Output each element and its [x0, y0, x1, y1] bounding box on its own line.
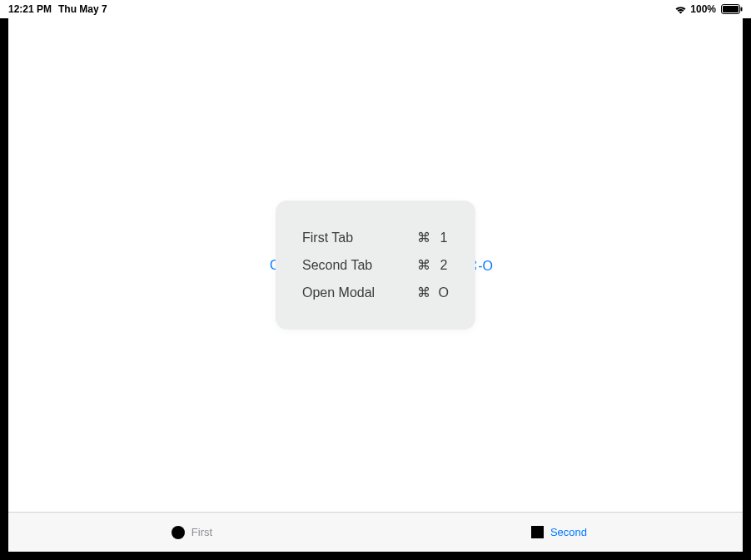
shortcut-label: Second Tab [302, 258, 417, 273]
shortcut-key: 2 [439, 258, 449, 273]
svg-rect-1 [723, 6, 739, 12]
app-area: Ope ⌘-O First Tab ⌘ 1 Second Tab ⌘ 2 Ope… [8, 18, 743, 552]
status-bar: 12:21 PM Thu May 7 100% [0, 0, 751, 18]
wifi-icon [674, 5, 687, 14]
circle-icon [172, 526, 185, 539]
tab-bar: First Second [8, 512, 743, 552]
command-icon: ⌘ [417, 257, 430, 273]
shortcut-open-modal[interactable]: Open Modal ⌘ O [302, 279, 449, 306]
shortcut-second-tab[interactable]: Second Tab ⌘ 2 [302, 251, 449, 279]
status-time: 12:21 PM [8, 3, 52, 15]
content-area: Ope ⌘-O First Tab ⌘ 1 Second Tab ⌘ 2 Ope… [8, 18, 743, 512]
square-icon [531, 526, 544, 538]
shortcut-keys: ⌘ 1 [417, 230, 449, 245]
command-icon: ⌘ [417, 230, 430, 245]
shortcut-keys: ⌘ O [417, 285, 449, 300]
shortcut-key: O [439, 285, 449, 300]
tab-label: First [191, 526, 212, 538]
battery-icon [721, 4, 743, 14]
command-icon: ⌘ [417, 285, 430, 300]
battery-percent: 100% [690, 3, 716, 15]
tab-first[interactable]: First [8, 526, 376, 539]
shortcut-label: First Tab [302, 230, 417, 245]
shortcut-label: Open Modal [302, 285, 417, 300]
keyboard-shortcuts-overlay: First Tab ⌘ 1 Second Tab ⌘ 2 Open Modal … [276, 201, 475, 330]
shortcut-key: 1 [439, 230, 449, 245]
shortcut-first-tab[interactable]: First Tab ⌘ 1 [302, 224, 449, 251]
tab-label: Second [550, 526, 587, 538]
status-right: 100% [674, 3, 743, 15]
tab-second[interactable]: Second [376, 526, 743, 538]
shortcut-keys: ⌘ 2 [417, 257, 449, 273]
svg-rect-2 [741, 7, 743, 12]
status-date: Thu May 7 [58, 3, 107, 15]
status-left: 12:21 PM Thu May 7 [8, 3, 107, 15]
